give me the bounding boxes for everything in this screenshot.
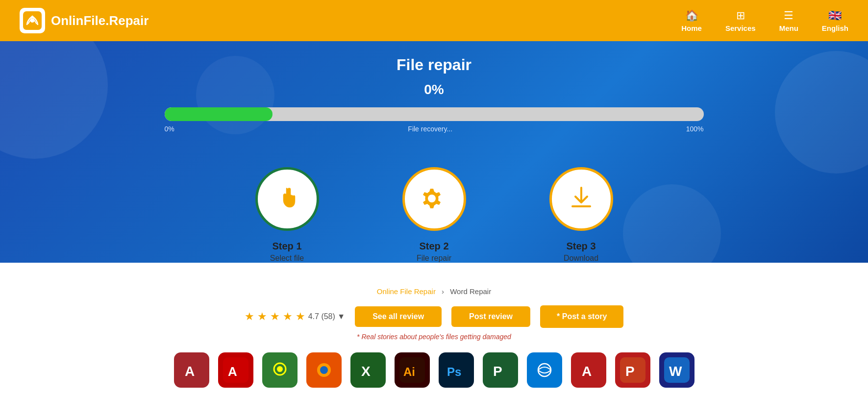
see-all-review-button[interactable]: See all review xyxy=(355,306,442,327)
svg-text:W: W xyxy=(669,364,682,379)
menu-icon: ☰ xyxy=(784,9,794,22)
star-5: ★ xyxy=(296,310,305,323)
nav-home-label: Home xyxy=(681,24,702,32)
step-2-label: Step 2 xyxy=(419,241,448,252)
breadcrumb-separator: › xyxy=(442,287,444,296)
main-nav: 🏠 Home ⊞ Services ☰ Menu 🇬🇧 English xyxy=(681,9,848,32)
app-icon-acrobat[interactable]: A xyxy=(571,352,606,388)
progress-container: 0% File recovery... 100% xyxy=(165,107,704,133)
step-1: Step 1 Select file xyxy=(214,148,361,263)
svg-text:P: P xyxy=(625,364,635,379)
logo-text: OnlinFile.Repair xyxy=(51,13,149,28)
logo-area: OnlinFile.Repair xyxy=(20,8,149,33)
svg-text:X: X xyxy=(361,364,371,379)
hero-percent: 0% xyxy=(0,82,868,98)
nav-services-label: Services xyxy=(725,24,756,32)
star-3: ★ xyxy=(270,310,280,323)
svg-point-4 xyxy=(428,195,436,202)
progress-label-left: 0% xyxy=(165,125,174,133)
svg-text:Ps: Ps xyxy=(447,365,461,378)
step-1-circle xyxy=(255,167,319,231)
svg-text:A: A xyxy=(228,364,237,379)
step-2-circle xyxy=(402,167,466,231)
app-icon-excel[interactable]: X xyxy=(350,352,386,388)
nav-english-label: English xyxy=(822,24,848,32)
app-icons-row: A A X Ai Ps P A P W xyxy=(0,352,868,397)
nav-menu[interactable]: ☰ Menu xyxy=(779,9,798,32)
real-stories-text: * Real stories about people's files gett… xyxy=(0,333,868,341)
step-3-circle xyxy=(549,167,613,231)
nav-services[interactable]: ⊞ Services xyxy=(725,9,756,32)
svg-rect-6 xyxy=(571,205,591,207)
star-4: ★ xyxy=(283,310,293,323)
progress-label-mid: File recovery... xyxy=(408,125,452,133)
home-icon: 🏠 xyxy=(685,9,698,22)
progress-bar-bg xyxy=(165,107,704,121)
star-2: ★ xyxy=(257,310,267,323)
step-2: Step 2 File repair xyxy=(361,148,508,263)
app-icon-project[interactable]: P xyxy=(483,352,518,388)
svg-text:A: A xyxy=(185,364,195,379)
post-review-button[interactable]: Post review xyxy=(451,306,530,327)
logo-icon xyxy=(20,8,45,33)
app-icon-powerpoint[interactable]: P xyxy=(615,352,650,388)
progress-label-right: 100% xyxy=(686,125,704,133)
breadcrumb: Online File Repair › Word Repair xyxy=(0,287,868,296)
step-1-label: Step 1 xyxy=(272,241,301,252)
hero-title: File repair xyxy=(0,56,868,74)
app-icon-illustrator[interactable]: Ai xyxy=(395,352,430,388)
svg-point-1 xyxy=(30,19,34,23)
post-story-button[interactable]: * Post a story xyxy=(540,305,623,328)
app-icon-access[interactable]: A xyxy=(174,352,209,388)
app-icon-ie[interactable] xyxy=(527,352,562,388)
dropdown-icon[interactable]: ▼ xyxy=(337,312,345,321)
app-icon-photoshop[interactable]: Ps xyxy=(439,352,474,388)
app-icon-word[interactable]: W xyxy=(659,352,694,388)
reviews-row: ★ ★ ★ ★ ★ 4.7 (58) ▼ See all review Post… xyxy=(0,305,868,328)
breadcrumb-link[interactable]: Online File Repair xyxy=(377,287,436,296)
step-3-sublabel: Download xyxy=(564,254,598,263)
nav-menu-label: Menu xyxy=(779,24,798,32)
steps-row: Step 1 Select file Step 2 File repair xyxy=(0,148,868,263)
header: OnlinFile.Repair 🏠 Home ⊞ Services ☰ Men… xyxy=(0,0,868,41)
nav-home[interactable]: 🏠 Home xyxy=(681,9,702,32)
services-icon: ⊞ xyxy=(736,9,745,22)
star-1: ★ xyxy=(245,310,254,323)
rating-text: 4.7 (58) ▼ xyxy=(308,312,345,321)
app-icon-autocad[interactable]: A xyxy=(218,352,253,388)
step-2-sublabel: File repair xyxy=(417,254,451,263)
svg-text:P: P xyxy=(493,364,502,379)
svg-rect-25 xyxy=(532,357,557,383)
step-3: Step 3 Download xyxy=(508,148,655,263)
flag-icon: 🇬🇧 xyxy=(828,9,842,22)
svg-point-13 xyxy=(277,366,283,372)
svg-text:A: A xyxy=(582,364,592,379)
stars-area: ★ ★ ★ ★ ★ 4.7 (58) ▼ xyxy=(245,310,345,323)
progress-labels: 0% File recovery... 100% xyxy=(165,125,704,133)
hero-section: File repair 0% 0% File recovery... 100% xyxy=(0,41,868,263)
app-icon-firefox[interactable] xyxy=(306,352,342,388)
step-3-label: Step 3 xyxy=(566,241,595,252)
nav-language[interactable]: 🇬🇧 English xyxy=(822,9,848,32)
breadcrumb-current: Word Repair xyxy=(450,287,491,296)
progress-bar-fill xyxy=(165,107,273,121)
svg-point-16 xyxy=(320,366,328,374)
svg-text:Ai: Ai xyxy=(403,365,415,378)
app-icon-coreldraw[interactable] xyxy=(262,352,298,388)
step-1-sublabel: Select file xyxy=(270,254,304,263)
